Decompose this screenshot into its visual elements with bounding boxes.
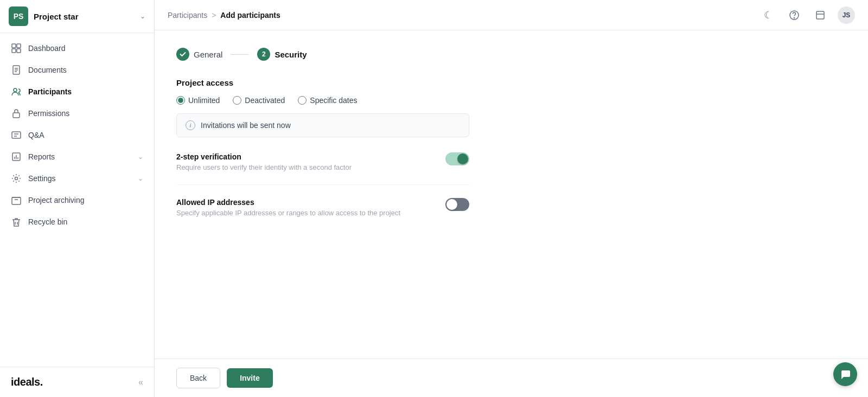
step1-label: General (194, 50, 222, 59)
sidebar-header[interactable]: PS Project star ⌄ (0, 0, 154, 33)
archiving-icon (11, 195, 22, 206)
ip-title: Allowed IP addresses (176, 198, 437, 207)
two-step-toggle[interactable] (445, 152, 469, 165)
documents-icon (11, 65, 22, 75)
dashboard-icon (11, 43, 22, 54)
svg-point-8 (14, 88, 17, 92)
ip-info: Allowed IP addresses Specify applicable … (176, 198, 437, 217)
invite-button[interactable]: Invite (227, 368, 273, 388)
radio-group-access: Unlimited Deactivated Specific dates (176, 96, 846, 105)
ip-addresses-row: Allowed IP addresses Specify applicable … (176, 198, 469, 230)
brand-logo: ideals. (11, 376, 43, 388)
avatar[interactable]: JS (838, 7, 855, 24)
back-button[interactable]: Back (176, 368, 220, 388)
svg-rect-10 (12, 132, 21, 138)
sidebar-item-label: Q&A (28, 131, 44, 139)
sidebar: PS Project star ⌄ Dashboard Documen (0, 0, 155, 397)
sidebar-logo: PS (9, 7, 28, 26)
step2-circle: 2 (257, 48, 270, 61)
settings-chevron-icon: ⌄ (138, 175, 143, 182)
breadcrumb-current: Add participants (220, 11, 280, 20)
svg-rect-1 (17, 44, 21, 48)
sidebar-item-settings[interactable]: Settings ⌄ (0, 168, 154, 189)
footer: Back Invite (155, 358, 868, 397)
sidebar-item-project-archiving[interactable]: Project archiving (0, 189, 154, 211)
step2-label: Security (275, 50, 307, 59)
permissions-icon (11, 108, 22, 119)
sidebar-item-label: Recycle bin (28, 217, 67, 226)
step1-circle (176, 48, 189, 61)
radio-deactivated[interactable]: Deactivated (233, 96, 285, 105)
stepper: General 2 Security (176, 48, 846, 61)
sidebar-item-recycle-bin[interactable]: Recycle bin (0, 211, 154, 233)
sidebar-item-dashboard[interactable]: Dashboard (0, 37, 154, 59)
topbar-actions: ☾ JS (760, 7, 855, 24)
svg-rect-21 (816, 11, 824, 19)
radio-unlimited-label: Unlimited (188, 96, 220, 105)
sidebar-item-label: Settings (28, 174, 56, 183)
sidebar-item-label: Permissions (28, 109, 69, 118)
radio-unlimited-input[interactable] (176, 96, 185, 105)
step-2: 2 Security (257, 48, 307, 61)
sidebar-item-label: Project archiving (28, 196, 85, 204)
chat-bubble[interactable] (833, 362, 857, 386)
step-divider (231, 54, 248, 55)
layout-icon[interactable] (812, 7, 829, 24)
participants-icon (11, 86, 22, 97)
svg-point-20 (794, 17, 794, 18)
radio-deactivated-label: Deactivated (245, 96, 285, 105)
sidebar-item-label: Documents (28, 66, 67, 74)
help-icon[interactable] (786, 7, 803, 24)
svg-rect-16 (12, 197, 21, 204)
ip-toggle[interactable] (445, 198, 469, 211)
two-step-info: 2-step verification Require users to ver… (176, 152, 437, 171)
info-message: Invitations will be sent now (201, 121, 291, 130)
breadcrumb-parent[interactable]: Participants (168, 11, 207, 20)
sidebar-item-label: Reports (28, 152, 55, 161)
sidebar-chevron-icon: ⌄ (140, 12, 145, 20)
sidebar-footer: ideals. « (0, 367, 154, 397)
sidebar-nav: Dashboard Documents Participants (0, 33, 154, 367)
dark-mode-icon[interactable]: ☾ (760, 7, 777, 24)
radio-specific-dates-label: Specific dates (310, 96, 357, 105)
step-1: General (176, 48, 222, 61)
sidebar-item-participants[interactable]: Participants (0, 81, 154, 103)
radio-specific-dates-input[interactable] (298, 96, 307, 105)
svg-point-15 (15, 177, 18, 180)
sidebar-item-label: Participants (28, 87, 72, 96)
breadcrumb: Participants > Add participants (168, 11, 280, 20)
ip-desc: Specify applicable IP addresses or range… (176, 209, 437, 217)
svg-rect-0 (12, 44, 16, 48)
breadcrumb-separator: > (212, 11, 216, 20)
sidebar-item-documents[interactable]: Documents (0, 59, 154, 81)
sidebar-item-qa[interactable]: Q&A (0, 124, 154, 146)
radio-specific-dates[interactable]: Specific dates (298, 96, 357, 105)
two-step-desc: Require users to verify their identity w… (176, 163, 437, 171)
reports-icon (11, 151, 22, 162)
svg-rect-3 (17, 49, 21, 53)
info-box: i Invitations will be sent now (176, 113, 469, 137)
collapse-button[interactable]: « (138, 377, 143, 387)
sidebar-item-label: Dashboard (28, 44, 66, 53)
reports-chevron-icon: ⌄ (138, 153, 143, 161)
topbar: Participants > Add participants ☾ JS (155, 0, 868, 30)
radio-deactivated-input[interactable] (233, 96, 241, 105)
qa-icon (11, 130, 22, 140)
project-access-title: Project access (176, 78, 846, 87)
sidebar-item-permissions[interactable]: Permissions (0, 103, 154, 124)
trash-icon (11, 216, 22, 227)
svg-rect-9 (13, 113, 20, 118)
radio-unlimited[interactable]: Unlimited (176, 96, 220, 105)
content-area: General 2 Security Project access Unlimi… (155, 30, 868, 358)
main-content: Participants > Add participants ☾ JS (155, 0, 868, 397)
ip-thumb (446, 199, 457, 210)
two-step-row: 2-step verification Require users to ver… (176, 152, 469, 185)
svg-rect-2 (12, 49, 16, 53)
two-step-thumb (457, 153, 468, 164)
sidebar-item-reports[interactable]: Reports ⌄ (0, 146, 154, 168)
settings-icon (11, 173, 22, 184)
sidebar-project-name: Project star (34, 12, 135, 21)
two-step-title: 2-step verification (176, 152, 437, 161)
info-icon: i (186, 120, 195, 130)
